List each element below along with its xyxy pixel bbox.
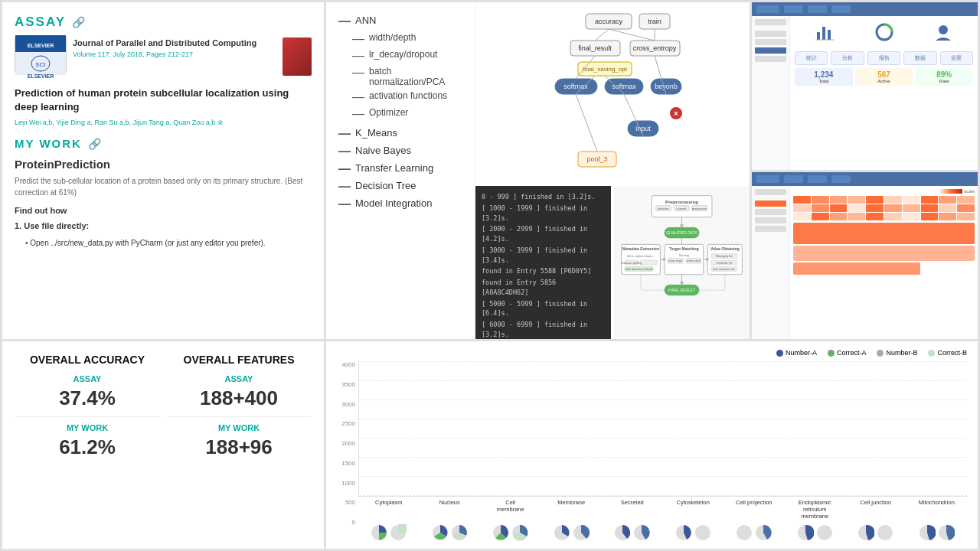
my-work-label: MY WORK <box>15 137 82 150</box>
code-terminal: 0 - 999 ] finished in [3.2]s. [ 1000 - 1… <box>475 186 611 339</box>
accuracy-title: OVERALL ACCURACY <box>15 354 160 367</box>
svg-text:Metadata Extraction: Metadata Extraction <box>622 246 659 251</box>
open-instruction: Open ../src/new_data.py with PyCharm (or… <box>30 239 265 247</box>
accuracy-assay-label[interactable]: ASSAY <box>15 374 160 383</box>
svg-text:×: × <box>674 109 678 118</box>
features-mywork-label[interactable]: MY WORK <box>166 423 312 432</box>
screenshot-bottom: scale <box>752 172 978 340</box>
svg-text:final_result: final_result <box>578 44 612 52</box>
svg-text:Scoring: Scoring <box>679 253 689 257</box>
assay-section: ASSAY 🔗 ELSEVIER <box>15 15 312 126</box>
svg-text:input: input <box>635 125 651 132</box>
svg-text:cross_entropy: cross_entropy <box>633 44 677 52</box>
my-work-section: MY WORK 🔗 ProteinPrediction Predict the … <box>15 137 312 249</box>
svg-text:beyonb: beyonb <box>655 83 678 90</box>
nn-diagram: accuracy train cross_entropy final_resul… <box>475 2 750 186</box>
svg-text:Preprocessing: Preprocessing <box>665 199 698 204</box>
journal-title: Journal of Parallel and Distributed Comp… <box>73 37 276 48</box>
svg-text:FINAL RESULT: FINAL RESULT <box>668 288 695 292</box>
features-title: OVERALL FEATURES <box>166 354 312 367</box>
legend-correct-a: Correct-A <box>828 349 867 357</box>
my-work-link-icon[interactable]: 🔗 <box>88 138 101 150</box>
bottom-diagrams: 0 - 999 ] finished in [3.2]s. [ 1000 - 1… <box>475 186 750 339</box>
features-assay-label[interactable]: ASSAY <box>166 374 312 383</box>
project-desc: Predict the sub-cellular location of a p… <box>15 175 312 198</box>
paper-card: ASSAY 🔗 ELSEVIER <box>2 2 324 339</box>
screenshot-top: 统计 分析 报告 数据 设置 1,234 Total <box>752 2 978 170</box>
svg-text:suffix detection methods: suffix detection methods <box>625 268 653 271</box>
flowchart: Preprocessing tokenize convert preproces… <box>614 186 750 339</box>
stats-section: OVERALL ACCURACY ASSAY 37.4% MY WORK 61.… <box>2 341 324 549</box>
svg-text:verify match: verify match <box>687 259 701 262</box>
svg-rect-82 <box>817 32 820 40</box>
svg-line-25 <box>595 29 609 41</box>
svg-text:final extraction rule: final extraction rule <box>714 268 735 271</box>
chart-legend: Number-A Correct-A Number-B Correct-B <box>337 349 967 357</box>
svg-marker-43 <box>680 224 684 227</box>
algo-naive-bayes: Naive Bayes <box>355 145 411 158</box>
svg-text:Value Obtaining: Value Obtaining <box>710 246 740 251</box>
algo-kmeans: K_Means <box>355 127 397 141</box>
svg-text:final_saving_opt: final_saving_opt <box>583 66 628 73</box>
y-axis: 4000 3500 3000 2500 2000 1500 1000 500 0 <box>337 361 358 541</box>
pie-charts-row <box>358 521 967 541</box>
algo-activation: activation functions <box>369 90 447 104</box>
flowchart-svg: Preprocessing tokenize convert preproces… <box>617 190 746 335</box>
svg-rect-83 <box>822 27 825 40</box>
svg-text:locate target: locate target <box>668 259 683 262</box>
svg-text:Target Matching: Target Matching <box>669 246 699 251</box>
algo-list: — ANN — width/depth — lr_decay/dropout —… <box>326 2 475 339</box>
assay-label: ASSAY <box>15 15 66 30</box>
algo-width-depth: width/depth <box>369 32 416 46</box>
paper-title: Prediction of human protein subcellular … <box>15 86 312 114</box>
assay-link-icon[interactable]: 🔗 <box>72 16 85 28</box>
category-labels: Cytoplasm Nucleus Cellmembrane Membrane … <box>358 497 967 521</box>
find-out-how: Find out how <box>15 206 312 215</box>
algo-batch-norm: batch normalization/PCA <box>369 66 462 87</box>
svg-point-103 <box>817 525 832 540</box>
legend-number-b: Number-B <box>877 349 917 357</box>
svg-marker-75 <box>680 282 684 285</box>
accuracy-assay-value: 37.4% <box>15 386 160 410</box>
algo-transfer-learning: Transfer Learning <box>355 162 433 176</box>
overall-accuracy-card: OVERALL ACCURACY ASSAY 37.4% MY WORK 61.… <box>15 354 160 536</box>
bars-area <box>358 361 967 497</box>
algo-optimizer: Optimizer <box>369 107 408 121</box>
svg-text:tokenize: tokenize <box>658 207 669 210</box>
svg-text:left to right to down...: left to right to down... <box>627 254 655 258</box>
svg-text:pool_3: pool_3 <box>586 155 607 163</box>
legend-correct-b: Correct-B <box>928 349 967 357</box>
legend-number-a: Number-A <box>776 349 817 357</box>
dash: — <box>338 15 351 28</box>
project-name: ProteinPrediction <box>15 158 312 171</box>
algo-ann: ANN <box>355 15 376 28</box>
step-1: 1. Use file directly: <box>15 221 312 230</box>
svg-line-33 <box>576 94 597 152</box>
accuracy-mywork-label[interactable]: MY WORK <box>15 423 160 432</box>
overall-features-card: OVERALL FEATURES ASSAY 188+400 MY WORK 1… <box>166 354 312 536</box>
svg-text:Character splitting: Character splitting <box>621 262 642 265</box>
svg-point-100 <box>737 525 752 540</box>
features-assay-value: 188+400 <box>166 386 312 410</box>
svg-rect-51 <box>640 260 658 265</box>
chart-section: Number-A Correct-A Number-B Correct-B <box>326 341 978 549</box>
svg-text:SCI: SCI <box>35 61 45 68</box>
svg-text:softmax: softmax <box>564 83 588 90</box>
features-mywork-value: 188+96 <box>166 435 312 459</box>
svg-text:QUALIFIED DATA: QUALIFIED DATA <box>666 230 698 235</box>
svg-line-26 <box>609 29 655 41</box>
middle-content: — ANN — width/depth — lr_decay/dropout —… <box>326 2 750 339</box>
svg-text:accuracy: accuracy <box>595 18 623 25</box>
algo-model-integration: Model Integration <box>355 197 432 211</box>
algo-decision-tree: Decision Tree <box>355 180 416 194</box>
svg-point-87 <box>939 25 948 34</box>
svg-text:Threshold: 0.9: Threshold: 0.9 <box>716 262 733 265</box>
svg-text:train: train <box>648 18 662 25</box>
svg-text:convert: convert <box>676 207 687 210</box>
paper-authors: Leyi Wei a,b, Yijie Ding a, Ran Su a,b, … <box>15 119 312 126</box>
screenshots-panel: 统计 分析 报告 数据 设置 1,234 Total <box>752 2 978 339</box>
secreted-label: Secreted <box>602 499 663 506</box>
accuracy-mywork-value: 61.2% <box>15 435 160 459</box>
svg-text:preprocess: preprocess <box>692 207 707 210</box>
nn-svg: accuracy train cross_entropy final_resul… <box>540 10 685 178</box>
